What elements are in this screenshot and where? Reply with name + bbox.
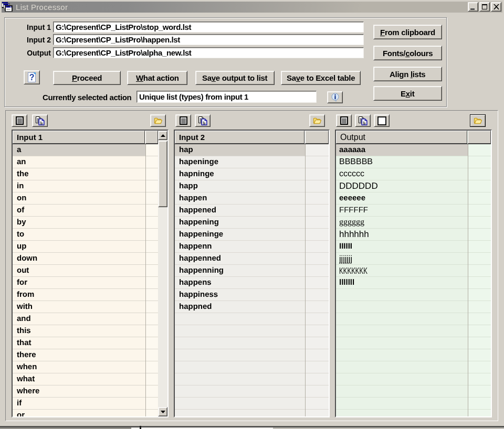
svg-text:jjjjjjj: jjjjjjj	[339, 254, 352, 264]
svg-text:KKKKKKK: KKKKKKK	[339, 266, 368, 276]
svg-text:?: ?	[29, 73, 34, 82]
